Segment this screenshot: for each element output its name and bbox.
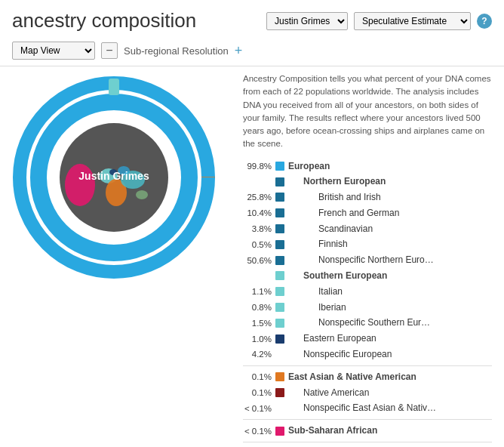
legend-swatch xyxy=(275,271,284,280)
donut-chart-svg: Justin Grimes xyxy=(12,76,216,279)
legend: 99.8%EuropeanNorthern European25.8%Briti… xyxy=(243,159,492,448)
list-item: 4.2%Nonspecific European xyxy=(243,347,492,362)
description-text: Ancestry Composition tells you what perc… xyxy=(243,72,492,151)
ancestry-chart: Justin Grimes xyxy=(12,76,216,279)
legend-label: Nonspecific Northern Euro… xyxy=(318,254,434,267)
legend-label: Native American xyxy=(303,387,369,399)
legend-swatch xyxy=(275,372,284,381)
legend-label: Southern European xyxy=(303,270,387,282)
legend-label: Iberian xyxy=(318,301,346,314)
legend-swatch xyxy=(275,162,284,171)
legend-swatch xyxy=(275,404,284,413)
list-item: 50.6%Nonspecific Northern Euro… xyxy=(243,252,492,268)
legend-swatch xyxy=(275,256,284,265)
legend-percent: < 0.1% xyxy=(243,402,272,415)
legend-label: Nonspecific East Asian & Nativ… xyxy=(303,402,436,415)
list-item: 0.5%Finnish xyxy=(243,236,492,252)
header-controls: Justin Grimes Speculative Estimate Conse… xyxy=(266,12,492,30)
legend-percent: 0.1% xyxy=(243,387,272,399)
list-item: Northern European xyxy=(243,174,492,190)
legend-percent: 1.1% xyxy=(243,285,272,297)
view-select[interactable]: Map View List View xyxy=(12,42,95,60)
legend-label: British and Irish xyxy=(318,191,381,204)
legend-divider xyxy=(243,365,492,366)
list-item: 3.8%Scandinavian xyxy=(243,221,492,237)
legend-label: Italian xyxy=(318,285,343,298)
legend-percent: 50.6% xyxy=(243,254,272,267)
legend-swatch xyxy=(275,334,284,344)
zoom-plus-button[interactable]: + xyxy=(235,43,243,59)
page-title: ancestry composition xyxy=(12,9,257,32)
legend-swatch xyxy=(275,240,284,249)
legend-label: Eastern European xyxy=(303,332,376,345)
legend-percent: 99.8% xyxy=(243,160,272,172)
left-panel: Justin Grimes xyxy=(12,72,231,447)
svg-rect-12 xyxy=(109,79,119,95)
legend-percent: 0.5% xyxy=(243,239,272,251)
person-select[interactable]: Justin Grimes xyxy=(266,12,348,30)
legend-swatch xyxy=(275,177,284,187)
legend-swatch xyxy=(275,208,284,217)
header: ancestry composition Justin Grimes Specu… xyxy=(0,0,504,39)
legend-percent: 3.8% xyxy=(243,223,272,235)
toolbar: Map View List View − Sub-regional Resolu… xyxy=(0,39,504,66)
right-panel: Ancestry Composition tells you what perc… xyxy=(243,72,492,447)
list-item: Southern European xyxy=(243,268,492,284)
legend-percent: 0.8% xyxy=(243,301,272,313)
estimate-select[interactable]: Speculative Estimate Conservative Estima… xyxy=(354,12,471,30)
legend-percent: < 0.1% xyxy=(243,425,272,437)
list-item: 1.0%Eastern European xyxy=(243,331,492,347)
list-item: 1.1%Italian xyxy=(243,284,492,300)
legend-percent: 1.5% xyxy=(243,317,272,329)
legend-label: Sub-Saharan African xyxy=(288,424,377,437)
list-item: < 0.1%Sub-Saharan African xyxy=(243,423,492,439)
list-item: 99.8%European xyxy=(243,159,492,174)
legend-divider xyxy=(243,419,492,420)
legend-label: Nonspecific Southern Eur… xyxy=(318,316,430,329)
legend-swatch xyxy=(275,427,284,436)
legend-label: European xyxy=(288,160,330,173)
legend-label: Nonspecific European xyxy=(303,348,392,361)
legend-label: French and German xyxy=(318,207,399,220)
legend-percent: 1.0% xyxy=(243,333,272,345)
legend-swatch xyxy=(275,303,284,312)
legend-label: East Asian & Native American xyxy=(288,371,416,384)
legend-swatch xyxy=(275,319,284,328)
legend-label: Scandinavian xyxy=(318,223,373,236)
legend-percent: 4.2% xyxy=(243,348,272,360)
svg-text:Justin Grimes: Justin Grimes xyxy=(78,170,149,182)
legend-swatch xyxy=(275,224,284,233)
list-item: 0.8%Iberian xyxy=(243,300,492,316)
legend-percent: 10.4% xyxy=(243,207,272,219)
list-item: 25.8%British and Irish xyxy=(243,190,492,205)
svg-point-10 xyxy=(136,190,148,199)
legend-percent: 0.1% xyxy=(243,371,272,383)
list-item: 1.5%Nonspecific Southern Eur… xyxy=(243,315,492,331)
list-item: 0.1%Native American xyxy=(243,385,492,401)
legend-divider xyxy=(243,442,492,442)
legend-percent: 25.8% xyxy=(243,191,272,203)
help-button[interactable]: ? xyxy=(477,14,492,29)
legend-label: Northern European xyxy=(303,175,386,188)
zoom-minus-button[interactable]: − xyxy=(101,42,118,59)
list-item: < 0.1%Nonspecific East Asian & Nativ… xyxy=(243,400,492,416)
legend-swatch xyxy=(275,287,284,296)
list-item: 0.1%East Asian & Native American xyxy=(243,369,492,385)
legend-label: Finnish xyxy=(318,238,348,251)
resolution-label: Sub-regional Resolution xyxy=(124,45,229,57)
main-content: Justin Grimes Ancestry Composition tells… xyxy=(0,66,504,447)
legend-swatch xyxy=(275,350,284,359)
list-item: 10.4%French and German xyxy=(243,205,492,221)
legend-swatch xyxy=(275,388,284,397)
legend-swatch xyxy=(275,193,284,202)
